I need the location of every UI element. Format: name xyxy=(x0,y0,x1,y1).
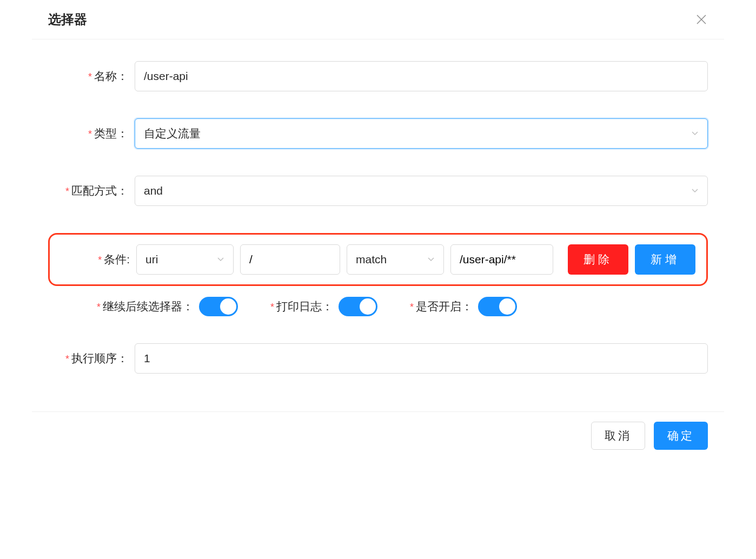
switch-handle xyxy=(499,298,515,315)
close-icon[interactable] xyxy=(695,13,708,26)
toggle-row: *继续后续选择器： *打印日志： *是否开启： xyxy=(97,297,708,316)
exec-order-label: *执行顺序： xyxy=(48,351,135,366)
chevron-down-icon xyxy=(217,255,224,264)
condition-highlight: *条件: uri match 删除 xyxy=(48,233,708,286)
add-condition-button[interactable]: 新增 xyxy=(635,244,695,275)
exec-order-control xyxy=(135,343,708,374)
required-mark: * xyxy=(270,302,274,312)
chevron-down-icon xyxy=(691,129,699,138)
type-row: *类型： 自定义流量 xyxy=(48,118,708,149)
type-select[interactable]: 自定义流量 xyxy=(135,118,708,149)
delete-condition-button[interactable]: 删除 xyxy=(568,244,628,275)
required-mark: * xyxy=(410,302,414,312)
condition-param-type-select[interactable]: uri xyxy=(136,244,234,275)
name-row: *名称： xyxy=(48,61,708,91)
match-mode-select[interactable]: and xyxy=(135,176,708,206)
condition-controls: uri match 删除 新增 xyxy=(136,244,695,275)
match-mode-row: *匹配方式： and xyxy=(48,176,708,206)
confirm-button[interactable]: 确定 xyxy=(654,422,708,450)
required-mark: * xyxy=(65,354,69,364)
continue-selector-label: *继续后续选择器： xyxy=(97,299,194,314)
name-control xyxy=(135,61,708,91)
condition-path-input[interactable] xyxy=(240,244,340,275)
print-log-toggle-item: *打印日志： xyxy=(270,297,377,316)
required-mark: * xyxy=(65,186,69,197)
chevron-down-icon xyxy=(427,255,435,264)
type-select-value: 自定义流量 xyxy=(144,126,201,141)
name-input[interactable] xyxy=(135,61,708,91)
type-control: 自定义流量 xyxy=(135,118,708,149)
required-mark: * xyxy=(88,129,92,139)
condition-param-type-value: uri xyxy=(145,253,158,266)
condition-label: *条件: xyxy=(61,252,136,267)
switch-handle xyxy=(360,298,376,315)
match-mode-control: and xyxy=(135,176,708,206)
cancel-button[interactable]: 取消 xyxy=(591,422,645,450)
enabled-toggle-item: *是否开启： xyxy=(410,297,517,316)
exec-order-row: *执行顺序： xyxy=(48,343,708,374)
print-log-label: *打印日志： xyxy=(270,299,333,314)
exec-order-input[interactable] xyxy=(135,343,708,374)
modal-title: 选择器 xyxy=(48,11,87,28)
match-mode-value: and xyxy=(144,184,163,197)
condition-value-input[interactable] xyxy=(450,244,553,275)
enabled-switch[interactable] xyxy=(478,297,517,316)
condition-operator-select[interactable]: match xyxy=(347,244,444,275)
enabled-label: *是否开启： xyxy=(410,299,473,314)
modal-footer: 取消 确定 xyxy=(32,411,724,460)
modal-body: *名称： *类型： 自定义流量 *匹配方式： xyxy=(32,39,724,411)
chevron-down-icon xyxy=(691,187,699,196)
condition-operator-value: match xyxy=(356,253,387,266)
continue-selector-toggle-item: *继续后续选择器： xyxy=(97,297,238,316)
switch-handle xyxy=(220,298,236,315)
required-mark: * xyxy=(88,71,92,82)
required-mark: * xyxy=(97,302,101,312)
selector-modal: 选择器 *名称： *类型： 自定义流量 xyxy=(32,0,724,460)
name-label: *名称： xyxy=(48,69,135,84)
print-log-switch[interactable] xyxy=(339,297,377,316)
modal-header: 选择器 xyxy=(32,0,724,39)
type-label: *类型： xyxy=(48,126,135,141)
match-mode-label: *匹配方式： xyxy=(48,183,135,198)
required-mark: * xyxy=(98,255,102,265)
continue-selector-switch[interactable] xyxy=(199,297,238,316)
